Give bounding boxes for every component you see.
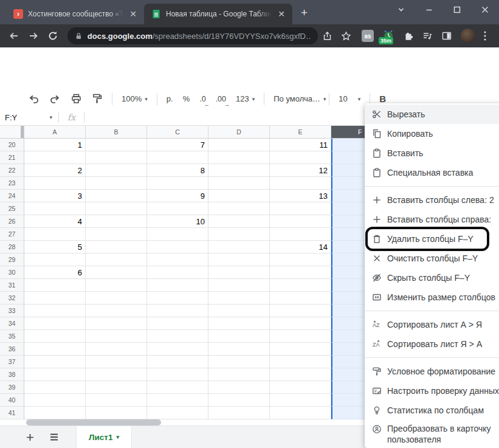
select-all-corner[interactable] xyxy=(0,126,24,139)
cell-D37[interactable] xyxy=(208,356,270,368)
share-icon[interactable] xyxy=(322,31,332,41)
cell-D39[interactable] xyxy=(208,381,270,394)
cell-A29[interactable] xyxy=(24,253,86,266)
cell-A28[interactable]: 5 xyxy=(24,241,86,253)
new-tab-button[interactable]: + xyxy=(301,6,308,19)
row-header-34[interactable]: 34 xyxy=(0,317,24,330)
cell-C26[interactable]: 10 xyxy=(147,215,208,228)
cell-D27[interactable] xyxy=(208,228,270,241)
cell-D20[interactable] xyxy=(208,139,270,151)
zoom-select[interactable]: 100%▾ xyxy=(117,94,153,103)
row-header-28[interactable]: 28 xyxy=(0,241,24,253)
row-header-33[interactable]: 33 xyxy=(0,305,24,317)
cell-C36[interactable] xyxy=(147,343,208,356)
cell-C34[interactable] xyxy=(147,317,208,330)
row-header-22[interactable]: 22 xyxy=(0,164,24,177)
browser-profile-avatar[interactable] xyxy=(461,29,475,43)
cell-E37[interactable] xyxy=(270,356,331,368)
row-header-25[interactable]: 25 xyxy=(0,202,24,215)
row-header-36[interactable]: 36 xyxy=(0,343,24,356)
decrease-decimals-button[interactable]: .0← xyxy=(194,95,210,103)
cell-B24[interactable] xyxy=(86,190,147,202)
cell-E35[interactable] xyxy=(270,330,331,343)
cell-B33[interactable] xyxy=(86,305,147,317)
menu-item-12[interactable]: AZСортировать лист А > Я xyxy=(365,315,499,334)
cell-D40[interactable] xyxy=(208,394,270,407)
cell-C29[interactable] xyxy=(147,253,208,266)
close-window-button[interactable] xyxy=(471,0,499,19)
menu-item-0[interactable]: Вырезать xyxy=(365,105,499,124)
column-header-A[interactable]: A xyxy=(24,126,86,139)
cell-A41[interactable] xyxy=(24,407,86,419)
cell-C20[interactable]: 7 xyxy=(147,139,208,151)
cell-A20[interactable]: 1 xyxy=(24,139,86,151)
menu-item-18[interactable]: Преобразовать в карточку пользователя xyxy=(365,420,499,448)
format-currency-button[interactable]: р. xyxy=(162,94,178,103)
cell-B40[interactable] xyxy=(86,394,147,407)
cell-A27[interactable] xyxy=(24,228,86,241)
address-bar[interactable]: docs.google.com/spreadsheets/d/18Y76VDYY… xyxy=(67,27,318,44)
row-header-21[interactable]: 21 xyxy=(0,151,24,164)
cell-B25[interactable] xyxy=(86,202,147,215)
cell-A37[interactable] xyxy=(24,356,86,368)
add-sheet-icon[interactable] xyxy=(18,433,42,442)
cell-C31[interactable] xyxy=(147,279,208,292)
cell-A21[interactable] xyxy=(24,151,86,164)
cell-C38[interactable] xyxy=(147,368,208,381)
cell-C24[interactable]: 9 xyxy=(147,190,208,202)
row-header-39[interactable]: 39 xyxy=(0,381,24,394)
cell-A40[interactable] xyxy=(24,394,86,407)
cell-C27[interactable] xyxy=(147,228,208,241)
cell-E32[interactable] xyxy=(270,292,331,305)
browser-menu-kebab-icon[interactable] xyxy=(484,31,486,41)
font-size-select[interactable]: 10▾ xyxy=(334,94,365,103)
row-header-23[interactable]: 23 xyxy=(0,177,24,190)
cell-A31[interactable] xyxy=(24,279,86,292)
row-header-26[interactable]: 26 xyxy=(0,215,24,228)
font-select[interactable]: По умолча…▾ xyxy=(269,94,325,103)
reload-icon[interactable] xyxy=(47,30,58,41)
cell-E29[interactable] xyxy=(270,253,331,266)
scrollbar-thumb[interactable] xyxy=(26,419,161,426)
column-header-E[interactable]: E xyxy=(270,126,331,139)
cell-D32[interactable] xyxy=(208,292,270,305)
cell-E27[interactable] xyxy=(270,228,331,241)
cell-B26[interactable] xyxy=(86,215,147,228)
undo-icon[interactable] xyxy=(23,94,44,103)
cell-E22[interactable]: 12 xyxy=(270,164,331,177)
cell-B30[interactable] xyxy=(86,266,147,279)
browser-tab-timeweb[interactable]: › Хостинговое сообщество «Time ✕ xyxy=(6,4,144,24)
column-header-D[interactable]: D xyxy=(208,126,270,139)
menu-item-10[interactable]: Изменить размер столбцов xyxy=(365,288,499,307)
cell-D41[interactable] xyxy=(208,407,270,419)
row-header-20[interactable]: 20 xyxy=(0,139,24,151)
cell-C35[interactable] xyxy=(147,330,208,343)
cell-C30[interactable] xyxy=(147,266,208,279)
cell-E40[interactable] xyxy=(270,394,331,407)
cell-E20[interactable]: 11 xyxy=(270,139,331,151)
redo-icon[interactable] xyxy=(44,94,66,103)
cell-B34[interactable] xyxy=(86,317,147,330)
cell-D23[interactable] xyxy=(208,177,270,190)
cell-B39[interactable] xyxy=(86,381,147,394)
cell-E24[interactable]: 13 xyxy=(270,190,331,202)
cell-D31[interactable] xyxy=(208,279,270,292)
cell-E30[interactable] xyxy=(270,266,331,279)
cell-E28[interactable]: 14 xyxy=(270,241,331,253)
browser-tab-sheets[interactable]: Новая таблица - Google Таблиц ✕ xyxy=(144,4,292,24)
cell-D29[interactable] xyxy=(208,253,270,266)
extensions-puzzle-icon[interactable] xyxy=(403,31,413,41)
cell-B37[interactable] xyxy=(86,356,147,368)
column-header-B[interactable]: B xyxy=(86,126,147,139)
cell-A34[interactable] xyxy=(24,317,86,330)
paint-format-icon[interactable] xyxy=(87,94,108,104)
menu-item-16[interactable]: Настроить проверку данных xyxy=(365,381,499,401)
cell-A30[interactable]: 6 xyxy=(24,266,86,279)
cell-C23[interactable] xyxy=(147,177,208,190)
cell-D34[interactable] xyxy=(208,317,270,330)
cell-A38[interactable] xyxy=(24,368,86,381)
cell-C25[interactable] xyxy=(147,202,208,215)
cell-B20[interactable] xyxy=(86,139,147,151)
row-header-29[interactable]: 29 xyxy=(0,253,24,266)
tab-search-icon[interactable] xyxy=(387,0,415,19)
